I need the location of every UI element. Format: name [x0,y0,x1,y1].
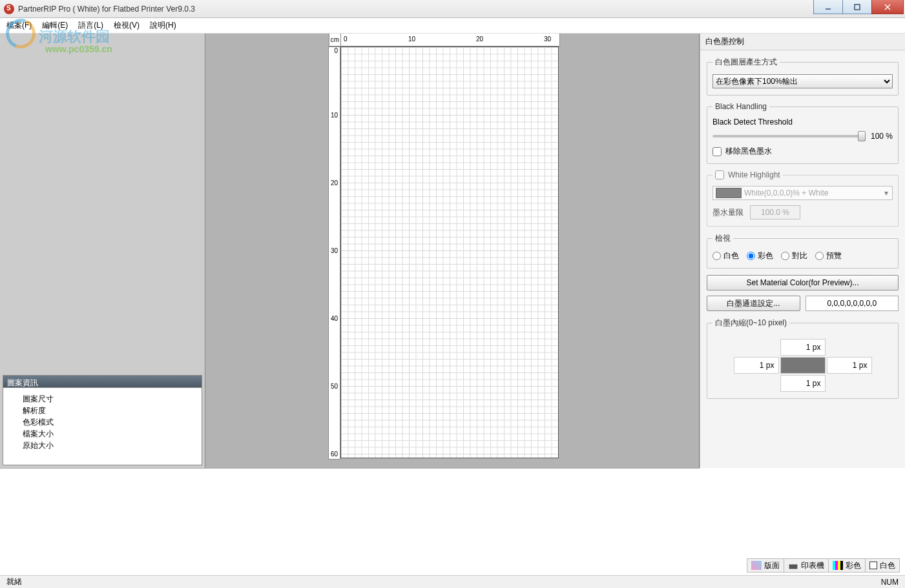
white-channel-settings-button[interactable]: 白墨通道設定... [707,296,800,311]
statusbar: 就緒 NUM [0,575,905,588]
white-gen-legend: 白色圖層產生方式 [713,57,780,68]
radio-preview[interactable]: 預覽 [815,250,842,261]
h-tick: 20 [476,35,483,43]
right-pane: 白色墨控制 白色圖層產生方式 在彩色像素下100%輸出 Black Handli… [700,34,905,468]
ink-limit-value: 100.0 % [750,205,800,219]
ruler-horizontal: cm 0 10 20 30 [340,34,560,46]
h-tick: 30 [544,35,551,43]
printer-icon [788,561,798,570]
chevron-down-icon: ▾ [880,188,892,198]
remove-black-label: 移除黑色墨水 [725,146,772,157]
white-highlight-group: White Highlight White(0,0,0,0)% + White … [707,170,899,227]
bottom-tabbar: 版面 印表機 彩色 白色 [747,558,900,573]
info-row-res: 解析度 [23,405,202,416]
v-tick: 20 [329,179,338,187]
shrink-left-input[interactable]: 1 px [734,357,779,374]
tab-layout[interactable]: 版面 [747,559,784,572]
left-pane: 圖案資訊 圖案尺寸 解析度 色彩模式 檔案大小 原始大小 [0,34,205,468]
white-hl-select[interactable]: White(0,0,0,0)% + White ▾ [713,186,893,200]
cmyk-icon [833,561,843,570]
v-tick: 10 [329,112,338,119]
menu-help[interactable]: 說明(H) [150,20,176,31]
h-tick: 0 [344,35,348,43]
black-handling-legend: Black Handling [713,102,769,111]
image-info-body: 圖案尺寸 解析度 色彩模式 檔案大小 原始大小 [3,388,202,465]
white-channel-values: 0,0,0,0,0,0,0,0 [806,296,899,311]
main-area: 圖案資訊 圖案尺寸 解析度 色彩模式 檔案大小 原始大小 cm 0 10 20 … [0,34,905,468]
menu-edit[interactable]: 編輯(E) [42,20,68,31]
window-title: PartnerRIP Pro ( White) for Flatbed Prin… [18,5,195,14]
info-row-size: 圖案尺寸 [23,393,202,405]
tab-printer[interactable]: 印表機 [784,559,829,572]
black-handling-group: Black Handling Black Detect Threshold 10… [707,102,899,164]
remove-black-input[interactable] [713,147,722,156]
ink-limit-label: 墨水量限 [713,207,744,218]
white-gen-group: 白色圖層產生方式 在彩色像素下100%輸出 [707,57,899,96]
white-hl-input[interactable] [715,170,724,179]
info-row-file: 檔案大小 [23,428,202,440]
v-tick: 30 [329,247,338,254]
titlebar: PartnerRIP Pro ( White) for Flatbed Prin… [0,0,905,18]
h-tick: 10 [408,35,415,43]
shrink-top-input[interactable]: 1 px [780,339,826,356]
v-tick: 40 [329,315,338,322]
menu-lang[interactable]: 語言(L) [78,20,103,31]
black-thresh-value: 100 % [871,132,893,141]
right-pane-title: 白色墨控制 [700,34,905,50]
swatch-icon [716,188,742,198]
radio-white[interactable]: 白色 [713,250,739,261]
view-group: 檢視 白色 彩色 對比 預覽 [707,233,899,269]
status-ready: 就緒 [6,576,22,587]
tab-color[interactable]: 彩色 [829,559,866,572]
white-hl-value: White(0,0,0,0)% + White [744,188,880,198]
shrink-bottom-input[interactable]: 1 px [780,375,826,392]
set-material-color-button[interactable]: Set Material Color(for Preview)... [707,275,899,290]
info-row-orig: 原始大小 [23,440,202,451]
minimize-button[interactable] [813,0,843,14]
close-button[interactable] [871,0,904,14]
white-hl-label: White Highlight [728,170,780,179]
white-square-icon [869,562,877,569]
menubar: 檔案(F) 編輯(E) 語言(L) 檢視(V) 說明(H) 河源软件园 www.… [0,18,905,34]
shrink-center-icon [780,357,826,374]
shrink-right-input[interactable]: 1 px [827,357,872,374]
v-tick: 50 [329,383,338,390]
menu-view[interactable]: 檢視(V) [114,20,140,31]
canvas-grid[interactable] [340,46,559,458]
white-highlight-checkbox[interactable]: White Highlight [715,170,780,179]
app-icon [4,4,14,14]
canvas-zone[interactable]: cm 0 10 20 30 0 10 20 30 40 50 60 [205,34,700,468]
ruler-unit: cm [329,34,341,46]
info-row-mode: 色彩模式 [23,416,202,428]
v-tick: 60 [329,451,338,458]
radio-diff[interactable]: 對比 [781,250,807,261]
log-pane [0,468,700,552]
tab-white[interactable]: 白色 [866,559,899,572]
status-num: NUM [881,578,899,587]
maximize-button[interactable] [842,0,872,14]
ruler-vertical: 0 10 20 30 40 50 60 [328,46,340,460]
black-thresh-slider[interactable] [713,135,866,137]
black-thresh-label: Black Detect Threshold [713,117,893,127]
white-shrink-group: 白墨內縮(0~10 pixel) 1 px 1 px 1 px 1 px [707,318,899,399]
white-shrink-legend: 白墨內縮(0~10 pixel) [713,318,789,329]
remove-black-checkbox[interactable]: 移除黑色墨水 [713,146,893,157]
white-gen-select[interactable]: 在彩色像素下100%輸出 [713,74,893,88]
menu-file[interactable]: 檔案(F) [6,20,32,31]
v-tick: 0 [329,47,338,54]
wand-icon [751,561,762,570]
view-legend: 檢視 [713,233,733,244]
image-info-header: 圖案資訊 [3,375,202,388]
thumbnail-area [3,36,202,372]
radio-color[interactable]: 彩色 [747,250,773,261]
